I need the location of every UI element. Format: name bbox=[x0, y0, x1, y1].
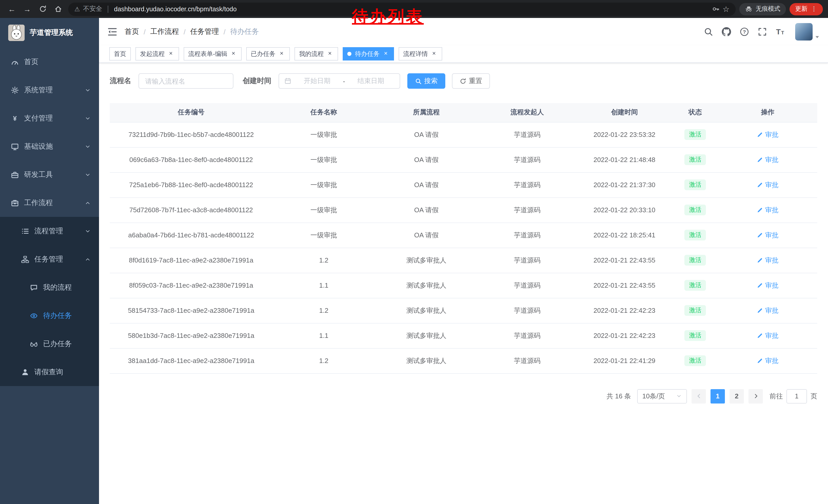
process-cell: 测试多审批人 bbox=[375, 248, 478, 273]
chevron-up-icon bbox=[85, 200, 91, 206]
task-name-cell: 一级审批 bbox=[273, 223, 375, 248]
process-cell: OA 请假 bbox=[375, 122, 478, 147]
tab-label: 流程详情 bbox=[403, 49, 428, 58]
status-cell: 激活 bbox=[672, 248, 718, 273]
breadcrumb-item[interactable]: 工作流程 bbox=[150, 27, 179, 36]
close-icon[interactable]: × bbox=[430, 50, 438, 57]
dashboard-icon bbox=[10, 57, 19, 66]
user-avatar[interactable] bbox=[795, 23, 820, 40]
tab-done-tasks[interactable]: 已办任务× bbox=[246, 47, 290, 60]
text-size-icon[interactable]: TT bbox=[775, 27, 785, 36]
task-id-cell: 069c6a63-7b8a-11ec-8ef0-acde48001122 bbox=[110, 147, 273, 172]
sidebar-item-my-process[interactable]: 我的流程 bbox=[0, 273, 99, 302]
status-badge: 激活 bbox=[685, 280, 706, 291]
sidebar-item-label: 请假查询 bbox=[34, 367, 63, 377]
start-date-placeholder[interactable]: 开始日期 bbox=[293, 77, 341, 86]
total-count: 共 16 条 bbox=[607, 392, 631, 401]
sidebar-item-dev-tools[interactable]: 研发工具 bbox=[0, 161, 99, 189]
approve-button[interactable]: 审批 bbox=[757, 281, 779, 290]
sidebar-item-home[interactable]: 首页 bbox=[0, 48, 99, 76]
reset-button[interactable]: 重置 bbox=[452, 73, 490, 89]
close-icon[interactable]: × bbox=[230, 50, 237, 57]
approve-button[interactable]: 审批 bbox=[757, 331, 779, 340]
goto-page-input[interactable] bbox=[786, 389, 807, 403]
sidebar-item-payment[interactable]: ¥支付管理 bbox=[0, 104, 99, 132]
status-cell: 激活 bbox=[672, 122, 718, 147]
breadcrumb-separator: / bbox=[143, 28, 146, 36]
sidebar-toggle-icon[interactable] bbox=[107, 27, 118, 37]
page-button-2[interactable]: 2 bbox=[730, 389, 744, 403]
approve-label: 审批 bbox=[765, 180, 779, 189]
key-icon[interactable] bbox=[712, 5, 719, 13]
approve-button[interactable]: 审批 bbox=[757, 356, 779, 365]
approve-button[interactable]: 审批 bbox=[757, 155, 779, 164]
sidebar-item-leave-query[interactable]: 请假查询 bbox=[0, 358, 99, 386]
close-icon[interactable]: × bbox=[382, 50, 389, 57]
tab-start-process[interactable]: 发起流程× bbox=[135, 47, 179, 60]
action-cell: 审批 bbox=[718, 323, 817, 348]
breadcrumb: 首页/工作流程/任务管理/待办任务 bbox=[125, 27, 259, 36]
sidebar-item-system[interactable]: 系统管理 bbox=[0, 76, 99, 104]
back-button[interactable]: ← bbox=[5, 2, 18, 16]
created-cell: 2022-01-21 22:43:55 bbox=[577, 248, 672, 273]
pencil-icon bbox=[757, 182, 763, 188]
tab-my-process[interactable]: 我的流程× bbox=[294, 47, 338, 60]
created-cell: 2022-01-21 22:42:23 bbox=[577, 323, 672, 348]
star-icon[interactable]: ☆ bbox=[722, 5, 730, 13]
question-icon[interactable]: ? bbox=[739, 27, 749, 36]
approve-button[interactable]: 审批 bbox=[757, 256, 779, 265]
next-page-button[interactable] bbox=[748, 389, 763, 403]
page-size-select[interactable]: 10条/页 bbox=[637, 389, 687, 403]
sidebar-item-workflow[interactable]: 工作流程 bbox=[0, 189, 99, 217]
fullscreen-icon[interactable] bbox=[757, 27, 767, 36]
task-id-cell: 73211d9d-7b9b-11ec-b5b7-acde48001122 bbox=[110, 122, 273, 147]
sidebar-item-done-task[interactable]: 已办任务 bbox=[0, 330, 99, 358]
close-icon[interactable]: × bbox=[326, 50, 333, 57]
tab-home[interactable]: 首页 bbox=[109, 47, 131, 60]
sidebar-item-process-management[interactable]: 流程管理 bbox=[0, 217, 99, 245]
briefcase-icon bbox=[10, 198, 19, 207]
prev-page-button[interactable] bbox=[692, 389, 706, 403]
action-cell: 审批 bbox=[718, 172, 817, 197]
date-range-picker[interactable]: 开始日期 - 结束日期 bbox=[279, 73, 400, 89]
search-icon[interactable] bbox=[703, 27, 713, 36]
table-row: 75d72608-7b7f-11ec-a3c8-acde48001122一级审批… bbox=[110, 197, 817, 223]
process-cell: OA 请假 bbox=[375, 197, 478, 223]
update-button[interactable]: 更新 bbox=[790, 3, 823, 15]
process-name-input[interactable] bbox=[145, 77, 227, 85]
github-icon[interactable] bbox=[721, 27, 731, 36]
task-id-cell: a6aba0a4-7b6d-11ec-b781-acde48001122 bbox=[110, 223, 273, 248]
breadcrumb-item[interactable]: 任务管理 bbox=[190, 27, 219, 36]
warning-icon: ⚠ bbox=[74, 6, 80, 12]
approve-button[interactable]: 审批 bbox=[757, 180, 779, 189]
breadcrumb-item[interactable]: 首页 bbox=[125, 27, 139, 36]
tab-process-detail[interactable]: 流程详情× bbox=[399, 47, 442, 60]
search-button[interactable]: 搜索 bbox=[407, 73, 445, 89]
approve-button[interactable]: 审批 bbox=[757, 130, 779, 139]
sidebar-item-todo-task[interactable]: 待办任务 bbox=[0, 302, 99, 330]
svg-text:T: T bbox=[781, 30, 784, 35]
tab-todo-tasks[interactable]: 待办任务× bbox=[343, 47, 394, 60]
home-button[interactable] bbox=[51, 2, 65, 16]
approve-button[interactable]: 审批 bbox=[757, 205, 779, 215]
close-icon[interactable]: × bbox=[278, 50, 285, 57]
menu-dots-icon[interactable] bbox=[811, 6, 817, 12]
column-header: 流程发起人 bbox=[478, 103, 577, 122]
forward-button[interactable]: → bbox=[20, 2, 34, 16]
tab-form-edit[interactable]: 流程表单-编辑× bbox=[184, 47, 242, 60]
chevron-up-icon bbox=[85, 256, 91, 262]
breadcrumb-item: 待办任务 bbox=[230, 27, 259, 36]
sidebar-item-infrastructure[interactable]: 基础设施 bbox=[0, 132, 99, 161]
tab-label: 首页 bbox=[114, 49, 126, 58]
end-date-placeholder[interactable]: 结束日期 bbox=[347, 77, 395, 86]
refresh-button[interactable] bbox=[36, 2, 49, 16]
table-row: 381aa1dd-7ac8-11ec-a9e2-a2380e71991a1.2测… bbox=[110, 348, 817, 373]
chevron-down-icon bbox=[85, 172, 91, 178]
sidebar-item-task-management[interactable]: 任务管理 bbox=[0, 245, 99, 273]
approve-label: 审批 bbox=[765, 155, 779, 164]
close-icon[interactable]: × bbox=[167, 50, 174, 57]
page-button-1[interactable]: 1 bbox=[710, 389, 725, 403]
approve-button[interactable]: 审批 bbox=[757, 306, 779, 315]
approve-button[interactable]: 审批 bbox=[757, 230, 779, 240]
app-logo[interactable]: 芋道管理系统 bbox=[0, 18, 99, 48]
